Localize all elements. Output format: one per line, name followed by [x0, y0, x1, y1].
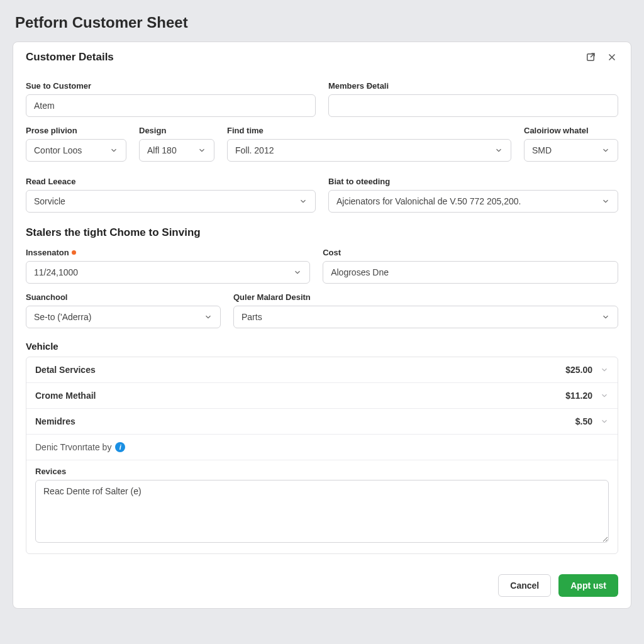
input-suo-customer[interactable]: [26, 94, 316, 117]
select-prose-plivion-value: Contor Loos: [34, 145, 82, 155]
chevron-down-icon: [601, 197, 610, 206]
label-read-leeace: Read Leeace: [26, 177, 316, 186]
label-biat-to: Biat to oteeding: [328, 177, 618, 186]
vehicle-list: Detal Services $25.00 Crome Methail $11.…: [26, 357, 618, 554]
chevron-down-icon: [299, 197, 308, 206]
list-item[interactable]: Crome Methail $11.20: [26, 383, 618, 409]
header-actions: [584, 51, 618, 64]
sheet-body: Sue to Customer Members Đetali Prose pli…: [13, 70, 631, 565]
select-find-time[interactable]: Foll. 2012: [227, 139, 511, 162]
select-design-value: Alfl 180: [147, 145, 177, 155]
field-design: Design Alfl 180: [139, 126, 214, 162]
list-item-name: Detal Services: [35, 365, 96, 375]
select-caloiriow-whatel-value: SMD: [532, 145, 552, 155]
customer-sheet: Customer Details Sue to Customer Members…: [13, 42, 631, 609]
field-members: Members Đetali: [328, 81, 618, 117]
required-indicator-icon: [72, 250, 76, 255]
chevron-down-icon: [494, 146, 503, 155]
input-cost[interactable]: [323, 261, 618, 284]
input-members[interactable]: [328, 94, 618, 117]
chevron-down-icon: [600, 417, 609, 426]
close-icon[interactable]: [606, 51, 618, 64]
chevron-down-icon: [204, 313, 213, 321]
label-quler: Quler Malard Desitn: [233, 292, 618, 302]
select-caloiriow-whatel[interactable]: SMD: [524, 139, 618, 162]
list-item-name: Nemidres: [35, 416, 75, 426]
field-read-leeace: Read Leeace Sorvicle: [26, 177, 316, 213]
field-find-time: Find time Foll. 2012: [227, 126, 511, 162]
select-prose-plivion[interactable]: Contor Loos: [26, 139, 126, 162]
chevron-down-icon: [293, 268, 302, 277]
chevron-down-icon: [601, 313, 610, 321]
field-suanchool: Suanchool Se-to ('Aderra): [26, 292, 221, 328]
page-title: Petforn Customer Sheet: [15, 14, 631, 31]
info-icon[interactable]: i: [115, 442, 125, 452]
sheet-header: Customer Details: [13, 42, 631, 70]
list-item-price: $11.20: [565, 391, 592, 401]
chevron-down-icon: [601, 146, 610, 155]
label-prose-plivion: Prose plivion: [26, 126, 126, 135]
chevron-down-icon: [109, 146, 118, 155]
field-suo-customer: Sue to Customer: [26, 81, 316, 117]
select-inssenaton-value: 11/24,1000: [34, 267, 78, 277]
list-item[interactable]: Nemidres $.50: [26, 409, 618, 435]
vehicle-note-text: Denic Trvonrtate by: [35, 442, 111, 452]
field-inssenaton: Inssenaton 11/24,1000: [26, 248, 310, 284]
list-item-price: $25.00: [565, 365, 592, 375]
field-quler: Quler Malard Desitn Parts: [233, 292, 618, 328]
select-quler-value: Parts: [242, 312, 262, 322]
field-prose-plivion: Prose plivion Contor Loos: [26, 126, 126, 162]
select-design[interactable]: Alfl 180: [139, 139, 214, 162]
select-inssenaton[interactable]: 11/24,1000: [26, 261, 310, 284]
label-members: Members Đetali: [328, 81, 618, 91]
submit-button[interactable]: Appt ust: [558, 574, 618, 597]
select-biat-to[interactable]: Ajcienators for Valonichal de V.50 772 2…: [328, 190, 618, 213]
vehicle-note-row: Denic Trvonrtate by i: [26, 435, 618, 460]
label-design: Design: [139, 126, 214, 135]
list-item-name: Crome Methail: [35, 391, 96, 401]
list-item[interactable]: Detal Services $25.00: [26, 357, 618, 383]
section-stalers-heading: Stalers the tight Chome to Sinving: [26, 226, 618, 239]
select-read-leeace-value: Sorvicle: [34, 196, 65, 206]
select-biat-to-value: Ajcienators for Valonichal de V.50 772 2…: [336, 196, 521, 206]
field-cost: Cost: [323, 248, 618, 284]
label-caloiriow-whatel: Caloiriow whatel: [524, 126, 618, 135]
label-inssenaton-text: Inssenaton: [26, 248, 69, 257]
popout-icon[interactable]: [584, 51, 597, 64]
revices-label: Revices: [35, 467, 609, 476]
list-item-price: $.50: [575, 416, 592, 426]
label-suanchool: Suanchool: [26, 292, 221, 302]
select-quler[interactable]: Parts: [233, 306, 618, 328]
cancel-button[interactable]: Cancel: [498, 574, 551, 597]
chevron-down-icon: [197, 146, 206, 155]
label-cost: Cost: [323, 248, 618, 257]
label-find-time: Find time: [227, 126, 511, 135]
chevron-down-icon: [600, 365, 609, 374]
field-biat-to: Biat to oteeding Ajcienators for Valonic…: [328, 177, 618, 213]
revices-block: Revices: [26, 460, 618, 553]
sheet-title: Customer Details: [26, 51, 114, 64]
select-read-leeace[interactable]: Sorvicle: [26, 190, 316, 213]
vehicle-heading: Vehicle: [26, 341, 618, 352]
field-caloiriow-whatel: Caloiriow whatel SMD: [524, 126, 618, 162]
select-suanchool-value: Se-to ('Aderra): [34, 312, 91, 322]
revices-textarea[interactable]: [35, 480, 609, 543]
select-suanchool[interactable]: Se-to ('Aderra): [26, 306, 221, 328]
label-suo-customer: Sue to Customer: [26, 81, 316, 91]
label-inssenaton: Inssenaton: [26, 248, 310, 257]
sheet-footer: Cancel Appt ust: [13, 565, 631, 608]
select-find-time-value: Foll. 2012: [235, 145, 274, 155]
chevron-down-icon: [600, 391, 609, 400]
